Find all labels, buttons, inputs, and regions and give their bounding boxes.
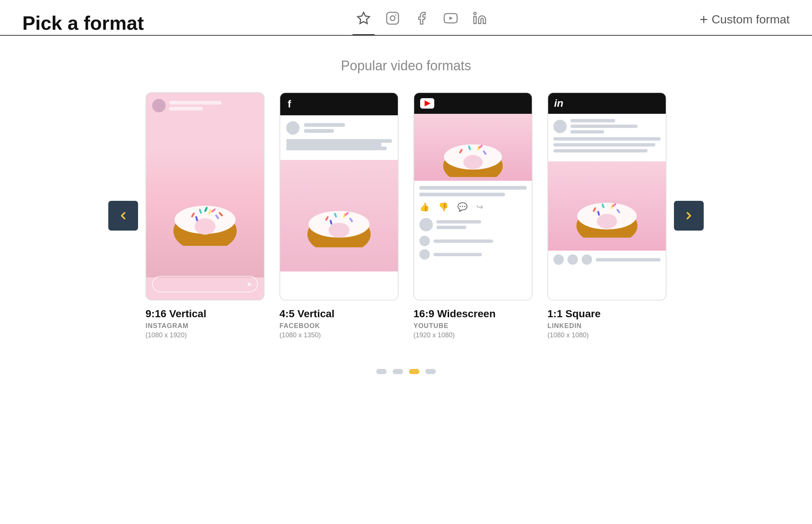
star-icon[interactable]	[357, 11, 371, 28]
linkedin-header: in	[548, 93, 666, 114]
section-title: Popular video formats	[0, 58, 812, 74]
facebook-card-platform: FACEBOOK	[279, 322, 335, 330]
youtube-play-icon	[425, 100, 431, 106]
youtube-card-title: 16:9 Widescreen	[413, 308, 496, 320]
card-facebook[interactable]: f	[279, 92, 399, 300]
svg-marker-4	[450, 16, 453, 20]
fb-text-2	[286, 143, 381, 147]
youtube-channel-lines	[437, 220, 527, 229]
instagram-card-dimensions: (1080 x 1920)	[146, 331, 206, 339]
youtube-card-label: 16:9 Widescreen YOUTUBE (1920 x 1080)	[413, 308, 496, 339]
li-text-1	[553, 137, 661, 141]
facebook-avatar	[286, 121, 300, 135]
chevron-right-icon	[683, 210, 695, 222]
carousel-next-button[interactable]	[674, 201, 704, 231]
yt-comment-2	[419, 249, 527, 260]
facebook-logo: f	[288, 98, 291, 110]
youtube-actions: 👍 👎 💬 ↪	[419, 202, 527, 212]
li-time	[570, 130, 604, 134]
facebook-card-title: 4:5 Vertical	[279, 308, 335, 320]
svg-point-20	[329, 223, 349, 238]
linkedin-logo: in	[554, 97, 563, 109]
linkedin-body	[548, 114, 666, 161]
instagram-card-platform: INSTAGRAM	[146, 322, 206, 330]
card-instagram[interactable]: ➤	[146, 92, 265, 300]
linkedin-user-row	[553, 119, 661, 134]
facebook-image	[280, 160, 398, 271]
svg-marker-0	[358, 12, 370, 23]
linkedin-card-dimensions: (1080 x 1080)	[547, 331, 601, 339]
facebook-user-row	[286, 121, 392, 135]
card-facebook-wrapper: f	[279, 92, 399, 339]
thumbs-down-icon: 👎	[438, 202, 448, 212]
li-footer-avatar-2	[568, 254, 578, 265]
instagram-avatar	[152, 99, 166, 112]
linkedin-donut	[570, 174, 644, 238]
share-icon: ↪	[476, 202, 483, 212]
svg-point-29	[463, 155, 483, 169]
instagram-image	[146, 147, 264, 277]
page-title: Pick a format	[22, 12, 144, 34]
dot-3[interactable]	[409, 369, 419, 374]
yt-commenter-avatar-2	[419, 249, 430, 260]
li-text-3	[553, 149, 648, 152]
thumbs-up-icon: 👍	[419, 202, 429, 212]
yt-channel-1	[437, 220, 481, 224]
card-youtube[interactable]: 👍 👎 💬 ↪	[413, 92, 533, 300]
instagram-story-header	[152, 99, 258, 112]
card-youtube-wrapper: 👍 👎 💬 ↪	[413, 92, 533, 339]
li-sub	[570, 125, 637, 128]
youtube-donut	[438, 118, 508, 177]
fb-name-line	[304, 123, 345, 127]
dot-4[interactable]	[425, 369, 436, 374]
yt-comment-text-2	[434, 253, 482, 256]
linkedin-footer	[548, 251, 666, 269]
yt-commenter-avatar-1	[419, 236, 430, 246]
custom-format-label: Custom format	[712, 13, 790, 26]
youtube-content: 👍 👎 💬 ↪	[414, 181, 532, 265]
facebook-card-dimensions: (1080 x 1350)	[279, 331, 335, 339]
svg-point-2	[390, 16, 395, 21]
li-footer-line	[596, 258, 661, 261]
card-linkedin[interactable]: in	[547, 92, 666, 300]
carousel-prev-button[interactable]	[108, 201, 138, 231]
fb-text-1	[286, 139, 392, 143]
instagram-icon[interactable]	[386, 11, 400, 28]
youtube-channel-avatar	[419, 218, 433, 231]
youtube-avatar-row	[419, 218, 527, 231]
chevron-left-icon	[117, 210, 129, 222]
carousel-dots	[0, 369, 812, 374]
linkedin-text-lines	[553, 137, 661, 152]
yt-line-1	[419, 186, 527, 190]
send-icon: ➤	[246, 280, 253, 289]
li-name	[570, 119, 615, 122]
youtube-icon[interactable]	[444, 11, 458, 28]
linkedin-avatar	[553, 120, 567, 133]
card-linkedin-wrapper: in	[547, 92, 666, 339]
yt-comment-1	[419, 236, 527, 246]
linkedin-icon[interactable]	[473, 11, 487, 28]
facebook-icon[interactable]	[415, 11, 429, 28]
facebook-text-lines	[286, 139, 392, 150]
dot-1[interactable]	[376, 369, 387, 374]
instagram-card-label: 9:16 Vertical INSTAGRAM (1080 x 1920)	[146, 308, 206, 339]
youtube-card-platform: YOUTUBE	[413, 322, 496, 330]
yt-comment-text-1	[434, 240, 493, 243]
svg-rect-5	[474, 16, 476, 23]
li-footer-avatar-3	[582, 254, 592, 265]
linkedin-image	[548, 161, 666, 251]
custom-format-button[interactable]: + Custom format	[700, 12, 790, 35]
li-footer-avatar-1	[553, 254, 564, 265]
instagram-input-bar: ➤	[152, 276, 258, 292]
facebook-user-lines	[304, 123, 345, 133]
youtube-video-area	[414, 114, 532, 181]
instagram-story-lines	[169, 101, 258, 110]
svg-rect-1	[387, 12, 399, 24]
li-text-2	[553, 143, 655, 147]
fb-text-3	[286, 147, 387, 150]
nav-icons-bar	[357, 11, 487, 35]
svg-point-37	[597, 214, 617, 229]
dot-2[interactable]	[393, 369, 403, 374]
svg-point-3	[395, 15, 396, 16]
youtube-text-lines	[419, 186, 527, 196]
